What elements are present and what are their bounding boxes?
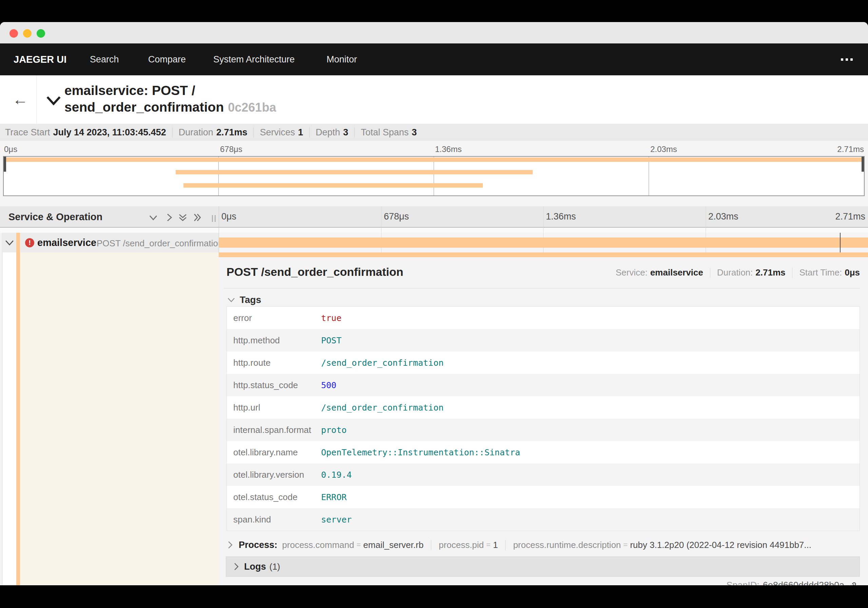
span-duration-bar[interactable] [219,238,868,248]
tag-value: true [321,313,341,323]
nav-item-search[interactable]: Search [90,44,119,75]
service-operation-header: Service & Operation [8,211,102,222]
trace-start-ms: .452 [148,127,166,138]
span-detail-meta: Service: emailservice Duration: 2.71ms S… [616,267,860,278]
collapse-title-chevron-icon[interactable] [46,96,61,106]
tag-key: span.kind [227,514,321,525]
process-key: process.command [282,540,354,550]
expand-one-icon[interactable] [164,212,174,222]
service-value: emailservice [650,267,703,278]
nav-item-system-architecture[interactable]: System Architecture [213,44,294,75]
detail-accent-strip[interactable] [16,252,20,585]
tag-row: http.status_code 500 [227,374,860,396]
ruler-tick: 2.03ms [708,211,738,222]
back-arrow-icon[interactable]: ← [10,91,31,109]
process-section-toggle[interactable]: Process: process.command = email_server.… [228,537,860,552]
trace-start-label: Trace Start [5,127,50,138]
minimap-span-bar [4,157,864,162]
tags-label: Tags [240,294,261,305]
ruler-tick: 678μs [220,145,242,154]
spacer [0,196,868,206]
span-detail-row: POST /send_order_confirmation Service: e… [0,252,868,585]
tag-key: otel.library.version [227,470,321,480]
tags-section-toggle[interactable]: Tags [228,294,261,305]
depth-label: Depth [316,127,340,138]
total-spans-value: 3 [412,127,417,138]
tag-key: http.route [227,358,321,368]
start-time-value: 0μs [845,267,860,278]
trace-start-value: July 14 2023, 11:03:45 [53,127,149,138]
span-id-row: SpanID: 6e8d660dddd28b0a [726,580,858,585]
expand-all-icon[interactable] [192,212,202,222]
gridline [434,157,434,196]
gridline [649,157,649,196]
span-detail-panel: POST /send_order_confirmation Service: e… [219,257,868,585]
tag-value: ERROR [321,492,347,502]
tag-row: http.route /send_order_confirmation [227,351,860,374]
tag-value: /send_order_confirmation [321,358,443,368]
logs-count: (1) [270,561,281,572]
detail-span-bar [219,252,868,257]
tag-value: server [321,515,352,524]
duration-label: Duration: [717,267,753,278]
tag-key: internal.span.format [227,425,321,435]
ruler-tick: 2.71ms [835,211,865,222]
tag-row: error true [227,307,860,329]
minimize-window-icon[interactable] [23,29,31,38]
overflow-menu-icon[interactable] [841,58,853,61]
detail-left-margin [3,252,16,585]
tag-row: http.url /send_order_confirmation [227,396,860,419]
tag-row: span.kind server [227,508,860,531]
close-window-icon[interactable] [9,29,18,38]
timeline-columns-header: Service & Operation 0μs 678μs 1.36ms 2.0… [0,206,868,228]
trace-minimap[interactable] [3,156,865,196]
tag-value: 500 [321,380,336,390]
tag-value: OpenTelemetry::Instrumentation::Sinatra [321,448,520,457]
jaeger-logo[interactable]: JAEGER UI [14,44,67,75]
app-window: JAEGER UI Search Compare System Architec… [0,22,868,585]
span-id-value: 6e8d660dddd28b0a [763,580,844,585]
ruler-tick: 1.36ms [435,145,462,154]
zoom-window-icon[interactable] [37,29,45,38]
total-spans-label: Total Spans [361,127,409,138]
link-icon[interactable] [848,580,858,586]
span-id-label: SpanID: [726,580,760,585]
chevron-right-icon [234,562,239,571]
process-key: process.runtime.description [513,540,621,550]
tag-value: /send_order_confirmation [321,403,443,412]
ruler-tick: 2.71ms [837,145,864,154]
minimap-left-handle[interactable] [4,157,6,172]
nav-item-monitor[interactable]: Monitor [327,44,357,75]
tag-value: proto [321,425,347,435]
error-icon: ! [25,238,34,247]
span-operation-name: POST /send_order_confirmation [97,238,223,249]
nav-item-compare[interactable]: Compare [148,44,186,75]
ruler-tick: 678μs [384,211,409,222]
tag-value: POST [321,336,341,345]
logs-section-toggle[interactable]: Logs (1) [226,557,860,577]
trace-id: 0c261ba [228,100,276,114]
span-collapse-chevron-icon[interactable] [5,240,14,246]
collapse-all-icon[interactable] [178,212,188,222]
tag-key: error [227,313,321,323]
minimap-span-bar [176,170,533,174]
process-label: Process: [239,540,277,550]
column-resize-grip[interactable] [212,215,215,222]
minimap-ruler: 0μs 678μs 1.36ms 2.03ms 2.71ms [0,141,868,156]
tag-row: otel.library.name OpenTelemetry::Instrum… [227,441,860,463]
minimap-span-bar [183,183,483,188]
ruler-tick: 1.36ms [546,211,576,222]
span-row: ! emailservice POST /send_order_confirma… [0,233,868,252]
tag-value: 0.19.4 [321,470,352,480]
span-tree-indent [16,233,20,252]
ruler-tick: 0μs [222,211,236,222]
tag-key: http.url [227,403,321,413]
column-divider[interactable] [219,206,219,252]
span-service-name: emailservice [37,237,96,248]
minimap-right-handle[interactable] [862,157,864,172]
process-value: 1 [493,540,498,550]
service-label: Service: [616,267,648,278]
span-detail-title: POST /send_order_confirmation [226,265,403,278]
duration-value: 2.71ms [755,267,785,278]
collapse-one-icon[interactable] [148,212,158,222]
